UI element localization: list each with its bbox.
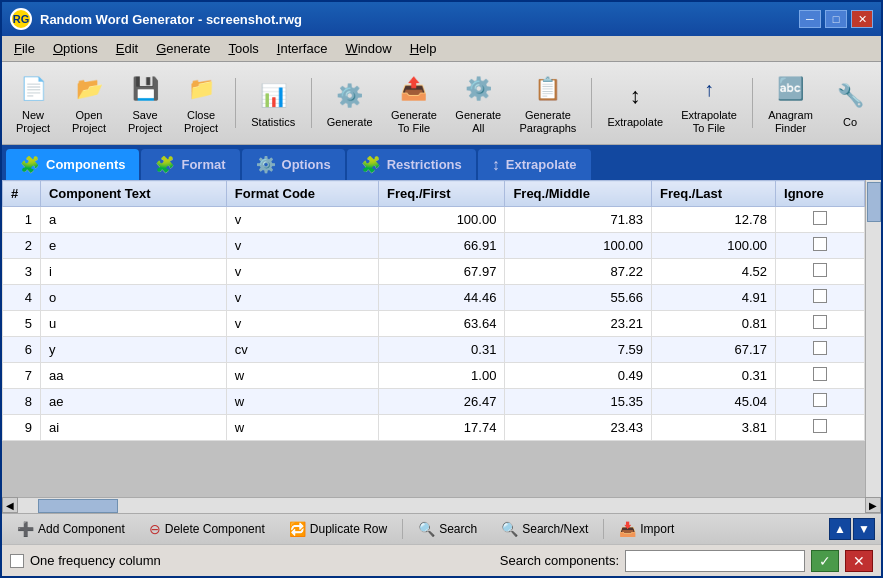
- save-project-icon: 💾: [127, 71, 163, 107]
- new-project-icon: 📄: [15, 71, 51, 107]
- cell-middle: 87.22: [505, 259, 652, 285]
- cell-id: 4: [3, 285, 41, 311]
- tab-components[interactable]: 🧩 Components: [6, 149, 139, 180]
- ignore-checkbox[interactable]: [813, 237, 827, 251]
- main-window: RG Random Word Generator - screenshot.rw…: [0, 0, 883, 578]
- toolbar-save-project[interactable]: 💾 SaveProject: [120, 66, 170, 140]
- cell-id: 1: [3, 207, 41, 233]
- minimize-button[interactable]: ─: [799, 10, 821, 28]
- tab-options[interactable]: ⚙️ Options: [242, 149, 345, 180]
- menu-window[interactable]: Window: [337, 38, 399, 59]
- cell-first: 63.64: [379, 311, 505, 337]
- cell-code: v: [226, 259, 378, 285]
- table-scroll[interactable]: # Component Text Format Code Freq./First…: [2, 180, 865, 497]
- ignore-checkbox[interactable]: [813, 211, 827, 225]
- toolbar-anagram-finder-label: AnagramFinder: [768, 109, 813, 135]
- import-label: Import: [640, 522, 674, 536]
- import-button[interactable]: 📥 Import: [610, 517, 683, 541]
- cell-text: i: [40, 259, 226, 285]
- menu-generate[interactable]: Generate: [148, 38, 218, 59]
- ignore-checkbox[interactable]: [813, 367, 827, 381]
- table-row[interactable]: 5 u v 63.64 23.21 0.81: [3, 311, 865, 337]
- cell-text: aa: [40, 363, 226, 389]
- tab-restrictions[interactable]: 🧩 Restrictions: [347, 149, 476, 180]
- search-components-input[interactable]: [625, 550, 805, 572]
- tab-components-label: Components: [46, 157, 125, 172]
- search-ok-button[interactable]: ✓: [811, 550, 839, 572]
- toolbar-close-project[interactable]: 📁 CloseProject: [176, 66, 226, 140]
- scroll-thumb-x[interactable]: [38, 499, 118, 513]
- tab-restrictions-label: Restrictions: [387, 157, 462, 172]
- one-frequency-checkbox[interactable]: [10, 554, 24, 568]
- cell-ignore[interactable]: [776, 415, 865, 441]
- toolbar-new-project[interactable]: 📄 NewProject: [8, 66, 58, 140]
- cell-last: 12.78: [652, 207, 776, 233]
- cell-ignore[interactable]: [776, 233, 865, 259]
- search-button[interactable]: 🔍 Search: [409, 517, 486, 541]
- table-row[interactable]: 7 aa w 1.00 0.49 0.31: [3, 363, 865, 389]
- toolbar-close-project-label: CloseProject: [184, 109, 218, 135]
- cell-text: y: [40, 337, 226, 363]
- cell-ignore[interactable]: [776, 363, 865, 389]
- arrow-buttons: ▲ ▼: [829, 518, 875, 540]
- horizontal-scrollbar[interactable]: [18, 497, 865, 513]
- menu-tools[interactable]: Tools: [220, 38, 266, 59]
- toolbar-statistics[interactable]: 📊 Statistics: [245, 73, 302, 134]
- toolbar-generate-all[interactable]: ⚙️ GenerateAll: [449, 66, 507, 140]
- table-row[interactable]: 1 a v 100.00 71.83 12.78: [3, 207, 865, 233]
- ignore-checkbox[interactable]: [813, 393, 827, 407]
- table-row[interactable]: 2 e v 66.91 100.00 100.00: [3, 233, 865, 259]
- ignore-checkbox[interactable]: [813, 263, 827, 277]
- ignore-checkbox[interactable]: [813, 341, 827, 355]
- toolbar-co[interactable]: 🔧 Co: [825, 73, 875, 134]
- scroll-left-btn[interactable]: ◀: [2, 497, 18, 513]
- table-row[interactable]: 4 o v 44.46 55.66 4.91: [3, 285, 865, 311]
- menu-file[interactable]: File: [6, 38, 43, 59]
- cell-text: u: [40, 311, 226, 337]
- toolbar-generate-paragraphs[interactable]: 📋 GenerateParagraphs: [513, 66, 582, 140]
- add-component-button[interactable]: ➕ Add Component: [8, 517, 134, 541]
- vertical-scrollbar[interactable]: [865, 180, 881, 497]
- menu-interface[interactable]: Interface: [269, 38, 336, 59]
- add-component-icon: ➕: [17, 521, 34, 537]
- toolbar-extrapolate-to-file[interactable]: ↑ ExtrapolateTo File: [675, 66, 743, 140]
- duplicate-row-button[interactable]: 🔁 Duplicate Row: [280, 517, 396, 541]
- menu-edit[interactable]: Edit: [108, 38, 146, 59]
- ignore-checkbox[interactable]: [813, 289, 827, 303]
- arrow-up-button[interactable]: ▲: [829, 518, 851, 540]
- cell-last: 0.31: [652, 363, 776, 389]
- toolbar-open-project[interactable]: 📂 OpenProject: [64, 66, 114, 140]
- status-bar: One frequency column Search components: …: [2, 544, 881, 576]
- import-icon: 📥: [619, 521, 636, 537]
- search-next-button[interactable]: 🔍 Search/Next: [492, 517, 597, 541]
- cell-ignore[interactable]: [776, 389, 865, 415]
- menu-options[interactable]: Options: [45, 38, 106, 59]
- bottom-toolbar: ➕ Add Component ⊖ Delete Component 🔁 Dup…: [2, 513, 881, 544]
- cell-ignore[interactable]: [776, 207, 865, 233]
- delete-component-button[interactable]: ⊖ Delete Component: [140, 517, 274, 541]
- menu-help[interactable]: Help: [402, 38, 445, 59]
- table-row[interactable]: 3 i v 67.97 87.22 4.52: [3, 259, 865, 285]
- cell-ignore[interactable]: [776, 285, 865, 311]
- scroll-thumb-y[interactable]: [867, 182, 881, 222]
- col-header-last: Freq./Last: [652, 181, 776, 207]
- table-row[interactable]: 8 ae w 26.47 15.35 45.04: [3, 389, 865, 415]
- toolbar-anagram-finder[interactable]: 🔤 AnagramFinder: [762, 66, 819, 140]
- toolbar-generate[interactable]: ⚙️ Generate: [320, 73, 378, 134]
- tab-extrapolate[interactable]: ↕️ Extrapolate: [478, 149, 591, 180]
- toolbar-generate-to-file[interactable]: 📤 GenerateTo File: [385, 66, 443, 140]
- search-cancel-button[interactable]: ✕: [845, 550, 873, 572]
- cell-ignore[interactable]: [776, 259, 865, 285]
- table-row[interactable]: 9 ai w 17.74 23.43 3.81: [3, 415, 865, 441]
- ignore-checkbox[interactable]: [813, 419, 827, 433]
- scroll-right-btn[interactable]: ▶: [865, 497, 881, 513]
- tab-format[interactable]: 🧩 Format: [141, 149, 239, 180]
- close-button[interactable]: ✕: [851, 10, 873, 28]
- ignore-checkbox[interactable]: [813, 315, 827, 329]
- arrow-down-button[interactable]: ▼: [853, 518, 875, 540]
- cell-ignore[interactable]: [776, 311, 865, 337]
- table-row[interactable]: 6 y cv 0.31 7.59 67.17: [3, 337, 865, 363]
- toolbar-extrapolate[interactable]: ↕️ Extrapolate: [601, 73, 669, 134]
- cell-ignore[interactable]: [776, 337, 865, 363]
- maximize-button[interactable]: □: [825, 10, 847, 28]
